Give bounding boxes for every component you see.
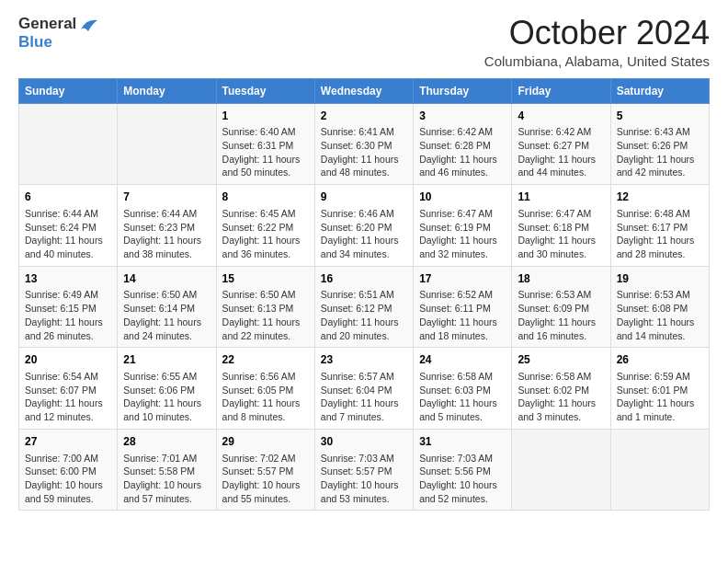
day-info: Sunrise: 7:01 AM Sunset: 5:58 PM Dayligh…: [123, 452, 210, 506]
logo: General Blue: [18, 15, 99, 51]
calendar-cell: 16Sunrise: 6:51 AM Sunset: 6:12 PM Dayli…: [314, 266, 413, 348]
day-info: Sunrise: 6:44 AM Sunset: 6:24 PM Dayligh…: [25, 207, 111, 261]
calendar-cell: 23Sunrise: 6:57 AM Sunset: 6:04 PM Dayli…: [314, 348, 413, 430]
day-number: 28: [123, 434, 210, 450]
calendar-cell: 18Sunrise: 6:53 AM Sunset: 6:09 PM Dayli…: [512, 266, 610, 348]
day-number: 20: [25, 352, 111, 368]
calendar-cell: 4Sunrise: 6:42 AM Sunset: 6:27 PM Daylig…: [512, 103, 610, 185]
day-number: 19: [617, 271, 703, 287]
calendar-cell: [610, 429, 709, 511]
day-number: 17: [419, 271, 506, 287]
day-number: 7: [123, 190, 210, 205]
day-info: Sunrise: 7:02 AM Sunset: 5:57 PM Dayligh…: [222, 452, 309, 506]
day-info: Sunrise: 6:55 AM Sunset: 6:06 PM Dayligh…: [123, 370, 210, 424]
day-number: 29: [222, 434, 309, 450]
calendar-cell: 11Sunrise: 6:47 AM Sunset: 6:18 PM Dayli…: [512, 185, 610, 267]
day-info: Sunrise: 6:44 AM Sunset: 6:23 PM Dayligh…: [123, 207, 210, 261]
day-info: Sunrise: 6:56 AM Sunset: 6:05 PM Dayligh…: [222, 370, 309, 424]
day-info: Sunrise: 6:53 AM Sunset: 6:09 PM Dayligh…: [518, 288, 604, 342]
calendar-cell: 31Sunrise: 7:03 AM Sunset: 5:56 PM Dayli…: [414, 429, 512, 511]
calendar-cell: 6Sunrise: 6:44 AM Sunset: 6:24 PM Daylig…: [19, 185, 118, 267]
day-info: Sunrise: 7:03 AM Sunset: 5:57 PM Dayligh…: [321, 452, 407, 506]
calendar-cell: 27Sunrise: 7:00 AM Sunset: 6:00 PM Dayli…: [19, 429, 118, 511]
day-info: Sunrise: 6:45 AM Sunset: 6:22 PM Dayligh…: [222, 207, 309, 261]
day-info: Sunrise: 6:47 AM Sunset: 6:19 PM Dayligh…: [419, 207, 506, 261]
calendar-cell: 1Sunrise: 6:40 AM Sunset: 6:31 PM Daylig…: [216, 103, 314, 185]
day-info: Sunrise: 6:48 AM Sunset: 6:17 PM Dayligh…: [617, 207, 703, 261]
calendar: SundayMondayTuesdayWednesdayThursdayFrid…: [18, 78, 710, 511]
calendar-cell: 13Sunrise: 6:49 AM Sunset: 6:15 PM Dayli…: [19, 266, 118, 348]
day-number: 30: [321, 434, 407, 450]
day-info: Sunrise: 7:00 AM Sunset: 6:00 PM Dayligh…: [25, 452, 111, 506]
day-number: 23: [321, 352, 407, 368]
day-info: Sunrise: 6:40 AM Sunset: 6:31 PM Dayligh…: [222, 125, 309, 179]
day-info: Sunrise: 7:03 AM Sunset: 5:56 PM Dayligh…: [419, 452, 506, 506]
day-info: Sunrise: 6:58 AM Sunset: 6:03 PM Dayligh…: [419, 370, 506, 424]
day-info: Sunrise: 6:51 AM Sunset: 6:12 PM Dayligh…: [321, 288, 407, 342]
calendar-cell: 8Sunrise: 6:45 AM Sunset: 6:22 PM Daylig…: [216, 185, 314, 267]
col-header-saturday: Saturday: [610, 78, 709, 103]
day-info: Sunrise: 6:49 AM Sunset: 6:15 PM Dayligh…: [25, 288, 111, 342]
calendar-cell: 12Sunrise: 6:48 AM Sunset: 6:17 PM Dayli…: [610, 185, 709, 267]
day-number: 24: [419, 352, 506, 368]
day-number: 16: [321, 271, 407, 287]
calendar-week-3: 13Sunrise: 6:49 AM Sunset: 6:15 PM Dayli…: [19, 266, 710, 348]
logo-bird-icon: [79, 17, 99, 33]
location-title: Columbiana, Alabama, United States: [484, 53, 710, 69]
day-info: Sunrise: 6:47 AM Sunset: 6:18 PM Dayligh…: [518, 207, 604, 261]
calendar-cell: 17Sunrise: 6:52 AM Sunset: 6:11 PM Dayli…: [414, 266, 512, 348]
day-number: 4: [518, 109, 604, 124]
day-number: 9: [321, 190, 407, 205]
calendar-cell: 29Sunrise: 7:02 AM Sunset: 5:57 PM Dayli…: [216, 429, 314, 511]
day-number: 1: [222, 109, 309, 124]
day-info: Sunrise: 6:42 AM Sunset: 6:28 PM Dayligh…: [419, 125, 506, 179]
calendar-week-5: 27Sunrise: 7:00 AM Sunset: 6:00 PM Dayli…: [19, 429, 710, 511]
calendar-cell: 30Sunrise: 7:03 AM Sunset: 5:57 PM Dayli…: [314, 429, 413, 511]
day-info: Sunrise: 6:41 AM Sunset: 6:30 PM Dayligh…: [321, 125, 407, 179]
calendar-cell: 10Sunrise: 6:47 AM Sunset: 6:19 PM Dayli…: [414, 185, 512, 267]
calendar-cell: [512, 429, 610, 511]
calendar-cell: 24Sunrise: 6:58 AM Sunset: 6:03 PM Dayli…: [414, 348, 512, 430]
calendar-week-4: 20Sunrise: 6:54 AM Sunset: 6:07 PM Dayli…: [19, 348, 710, 430]
col-header-wednesday: Wednesday: [314, 78, 413, 103]
day-number: 22: [222, 352, 309, 368]
month-title: October 2024: [484, 15, 710, 52]
day-number: 5: [617, 109, 703, 124]
header: General Blue October 2024 Columbiana, Al…: [18, 15, 710, 69]
title-area: October 2024 Columbiana, Alabama, United…: [484, 15, 710, 69]
day-info: Sunrise: 6:43 AM Sunset: 6:26 PM Dayligh…: [617, 125, 703, 179]
calendar-week-2: 6Sunrise: 6:44 AM Sunset: 6:24 PM Daylig…: [19, 185, 710, 267]
calendar-cell: [19, 103, 118, 185]
logo-text: General: [18, 15, 99, 33]
day-info: Sunrise: 6:58 AM Sunset: 6:02 PM Dayligh…: [518, 370, 604, 424]
col-header-monday: Monday: [118, 78, 216, 103]
calendar-cell: 20Sunrise: 6:54 AM Sunset: 6:07 PM Dayli…: [19, 348, 118, 430]
calendar-cell: 22Sunrise: 6:56 AM Sunset: 6:05 PM Dayli…: [216, 348, 314, 430]
day-number: 14: [123, 271, 210, 287]
col-header-tuesday: Tuesday: [216, 78, 314, 103]
day-info: Sunrise: 6:50 AM Sunset: 6:14 PM Dayligh…: [123, 288, 210, 342]
col-header-sunday: Sunday: [19, 78, 118, 103]
day-info: Sunrise: 6:52 AM Sunset: 6:11 PM Dayligh…: [419, 288, 506, 342]
day-number: 6: [25, 190, 111, 205]
calendar-cell: [118, 103, 216, 185]
calendar-cell: 9Sunrise: 6:46 AM Sunset: 6:20 PM Daylig…: [314, 185, 413, 267]
day-number: 25: [518, 352, 604, 368]
calendar-cell: 5Sunrise: 6:43 AM Sunset: 6:26 PM Daylig…: [610, 103, 709, 185]
calendar-cell: 7Sunrise: 6:44 AM Sunset: 6:23 PM Daylig…: [118, 185, 216, 267]
day-number: 15: [222, 271, 309, 287]
calendar-cell: 14Sunrise: 6:50 AM Sunset: 6:14 PM Dayli…: [118, 266, 216, 348]
day-number: 31: [419, 434, 506, 450]
day-number: 8: [222, 190, 309, 205]
calendar-cell: 26Sunrise: 6:59 AM Sunset: 6:01 PM Dayli…: [610, 348, 709, 430]
day-number: 13: [25, 271, 111, 287]
calendar-cell: 28Sunrise: 7:01 AM Sunset: 5:58 PM Dayli…: [118, 429, 216, 511]
day-info: Sunrise: 6:53 AM Sunset: 6:08 PM Dayligh…: [617, 288, 703, 342]
calendar-cell: 15Sunrise: 6:50 AM Sunset: 6:13 PM Dayli…: [216, 266, 314, 348]
day-info: Sunrise: 6:57 AM Sunset: 6:04 PM Dayligh…: [321, 370, 407, 424]
day-info: Sunrise: 6:42 AM Sunset: 6:27 PM Dayligh…: [518, 125, 604, 179]
day-info: Sunrise: 6:50 AM Sunset: 6:13 PM Dayligh…: [222, 288, 309, 342]
day-number: 2: [321, 109, 407, 124]
day-number: 10: [419, 190, 506, 205]
calendar-cell: 25Sunrise: 6:58 AM Sunset: 6:02 PM Dayli…: [512, 348, 610, 430]
